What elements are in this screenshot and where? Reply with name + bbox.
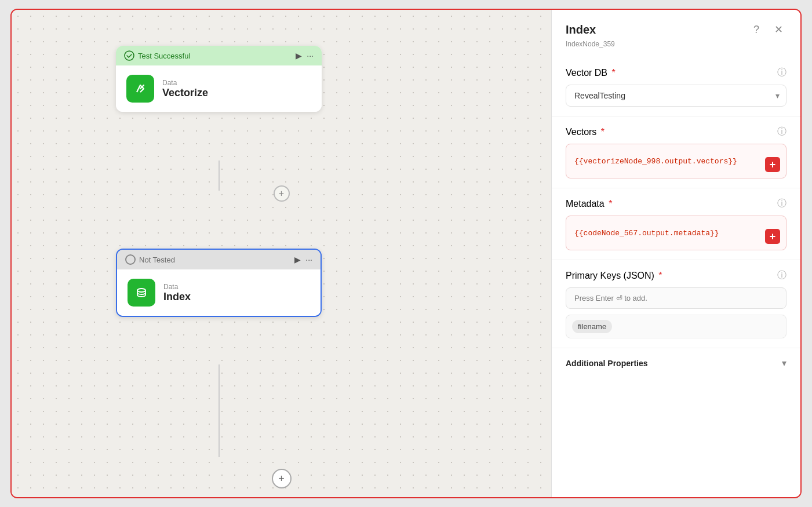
vector-db-select-wrapper: RevealTesting ▾ [566, 85, 786, 107]
help-button[interactable]: ? [748, 21, 764, 38]
metadata-info-icon[interactable]: ⓘ [777, 198, 786, 210]
vectorize-icon [126, 75, 154, 103]
svg-point-1 [137, 289, 145, 292]
node-vectorize-body: Data Vectorize [116, 65, 322, 112]
primary-keys-section: Primary Keys (JSON) * ⓘ filename [552, 260, 800, 348]
vectors-label: Vectors * [566, 127, 605, 137]
panel-subtitle: IndexNode_359 [566, 38, 786, 57]
node-index-header-label: Not Tested [139, 256, 175, 264]
close-button[interactable]: ✕ [770, 21, 786, 38]
connector-line-1 [219, 161, 220, 191]
vectors-value: {{vectorizeNode_998.output.vectors}} [574, 157, 737, 166]
add-node-button-bottom[interactable]: + [272, 469, 292, 488]
node-index-type: Data [163, 283, 191, 291]
primary-keys-label: Primary Keys (JSON) * [566, 271, 662, 281]
metadata-value: {{codeNode_567.output.metadata}} [574, 229, 719, 238]
node-index-wrapper: Not Tested ▶ ··· [116, 249, 322, 317]
node-vectorize-name: Vectorize [162, 87, 208, 99]
connector-line-2 [219, 364, 220, 457]
vectors-section: Vectors * ⓘ {{vectorizeNode_998.output.v… [552, 116, 800, 188]
metadata-input-wrapper[interactable]: {{codeNode_567.output.metadata}} + [566, 216, 786, 250]
node-index-card[interactable]: Not Tested ▶ ··· [116, 249, 322, 317]
primary-keys-input[interactable] [566, 287, 786, 309]
canvas-area[interactable]: Test Successful ▶ ··· Da [12, 10, 551, 497]
metadata-add-button[interactable]: + [765, 229, 780, 244]
check-circle-icon [124, 50, 134, 61]
app-container: Test Successful ▶ ··· Da [10, 9, 802, 498]
primary-key-tag-filename: filename [572, 320, 612, 333]
vector-db-info-icon[interactable]: ⓘ [777, 67, 786, 79]
metadata-section: Metadata * ⓘ {{codeNode_567.output.metad… [552, 188, 800, 260]
add-node-button-mid[interactable]: + [274, 185, 290, 202]
vector-db-label: Vector DB * [566, 68, 616, 78]
additional-properties-label: Additional Properties [566, 359, 648, 368]
primary-keys-tags: filename [566, 315, 786, 338]
node-index-play-button[interactable]: ▶ [294, 255, 301, 264]
node-vectorize-wrapper: Test Successful ▶ ··· Da [116, 46, 322, 112]
additional-properties-chevron: ▾ [782, 358, 786, 369]
node-vectorize-header: Test Successful ▶ ··· [116, 46, 322, 65]
vector-db-select[interactable]: RevealTesting [566, 85, 786, 107]
metadata-required: * [606, 199, 613, 209]
additional-properties-section[interactable]: Additional Properties ▾ [552, 348, 800, 378]
vectors-info-icon[interactable]: ⓘ [777, 126, 786, 138]
primary-keys-info-icon[interactable]: ⓘ [777, 269, 786, 282]
vectors-required: * [598, 127, 605, 137]
node-index-header: Not Tested ▶ ··· [117, 250, 321, 269]
vectors-add-button[interactable]: + [765, 157, 780, 172]
vector-db-required: * [609, 68, 616, 78]
node-vectorize-card[interactable]: Test Successful ▶ ··· Da [116, 46, 322, 112]
vector-db-section: Vector DB * ⓘ RevealTesting ▾ [552, 57, 800, 116]
node-index-name: Index [163, 291, 191, 303]
metadata-label: Metadata * [566, 199, 612, 209]
primary-keys-required: * [656, 271, 662, 280]
panel-title: Index [566, 23, 596, 37]
not-tested-circle-icon [125, 254, 136, 265]
index-icon [128, 279, 155, 307]
vectors-input-wrapper[interactable]: {{vectorizeNode_998.output.vectors}} + [566, 144, 786, 178]
node-index-more-button[interactable]: ··· [305, 255, 312, 264]
node-vectorize-more-button[interactable]: ··· [307, 51, 314, 60]
node-vectorize-header-label: Test Successful [138, 52, 190, 60]
node-vectorize-type: Data [162, 79, 208, 87]
node-vectorize-play-button[interactable]: ▶ [296, 51, 302, 60]
right-panel: Index ? ✕ IndexNode_359 Vector DB * ⓘ Re… [551, 10, 800, 497]
node-index-body: Data Index [117, 269, 321, 316]
svg-point-0 [125, 51, 134, 60]
